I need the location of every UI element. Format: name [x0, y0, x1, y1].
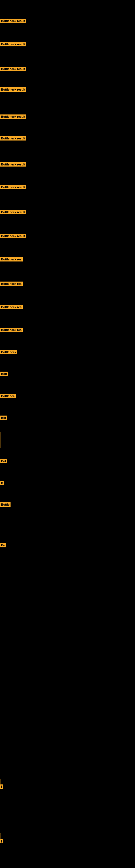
bottleneck-result-label: Bottleneck	[0, 350, 17, 354]
bottleneck-result-label: Bottleneck res	[0, 257, 23, 261]
bottleneck-result-label: B	[0, 480, 4, 485]
bottleneck-result-label: Bottleneck result	[0, 42, 26, 46]
bottleneck-result-label: Bot	[0, 459, 7, 463]
bottleneck-result-label: Bottleneck result	[0, 136, 26, 141]
bottleneck-result-label: Bottleneck res	[0, 305, 23, 309]
bottleneck-result-label: Bo	[0, 543, 6, 547]
bottleneck-result-label: Bottleneck result	[0, 162, 26, 166]
bottleneck-result-label: Bottleneck result	[0, 115, 26, 119]
site-title	[0, 0, 135, 3]
bottleneck-result-label: Bottleneck result	[0, 185, 26, 189]
bottleneck-result-label: Bott	[0, 372, 8, 376]
bottleneck-result-label: Bottleneck result	[0, 19, 26, 23]
bottleneck-result-label: Bottle	[0, 502, 10, 507]
bottleneck-result-label: Bottleneck result	[0, 234, 26, 238]
vertical-indicator-line	[1, 833, 1, 841]
bottleneck-result-label: Bottleneck result	[0, 87, 26, 92]
bottleneck-result-label: Bottleneck res	[0, 282, 23, 286]
bottleneck-result-label: Bottleneck res	[0, 328, 23, 332]
vertical-indicator-line	[1, 779, 1, 787]
bottleneck-result-label: Bottleneck result	[0, 210, 26, 214]
bottleneck-result-label: Bot	[0, 415, 7, 420]
bottleneck-result-label: Bottleneck result	[0, 67, 26, 71]
bottleneck-result-label: Bottlenec	[0, 394, 16, 398]
vertical-indicator-line	[1, 432, 1, 448]
